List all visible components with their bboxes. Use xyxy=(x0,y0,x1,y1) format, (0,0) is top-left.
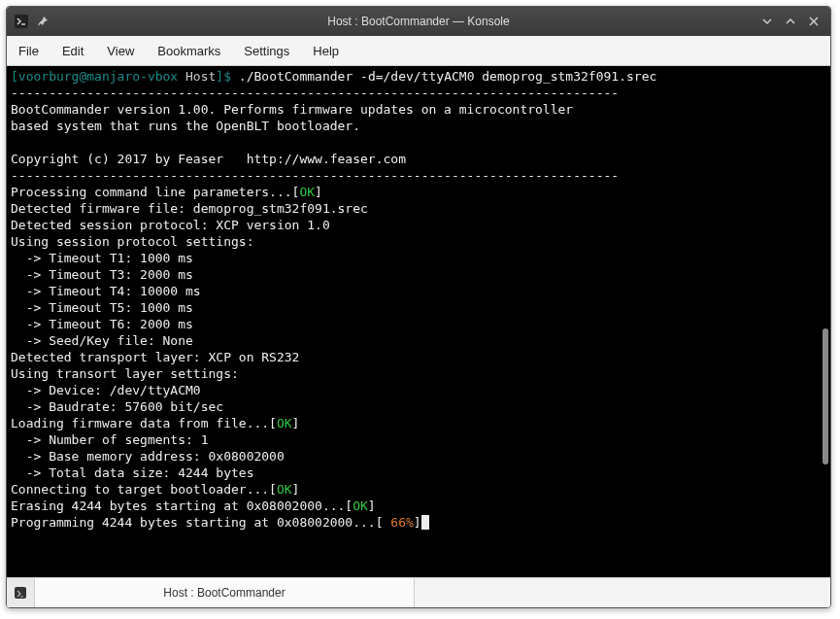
line-hr1: ----------------------------------------… xyxy=(11,86,619,100)
new-tab-button[interactable] xyxy=(7,578,35,607)
command-text: ./BootCommander -d=/dev/ttyACM0 demoprog… xyxy=(239,69,656,84)
line-banner2: based system that runs the OpenBLT bootl… xyxy=(11,119,360,133)
terminal-container: [voorburg@manjaro-vbox Host]$ ./BootComm… xyxy=(7,66,830,577)
line-segments: -> Number of segments: 1 xyxy=(11,432,209,447)
menu-edit[interactable]: Edit xyxy=(50,36,95,65)
line-transport: Detected transport layer: XCP on RS232 xyxy=(11,350,299,364)
scrollbar-thumb[interactable] xyxy=(823,328,828,464)
line-baud: -> Baudrate: 57600 bit/sec xyxy=(11,399,223,414)
line-connect-pre: Connecting to target bootloader...[ xyxy=(11,482,277,497)
line-t1: -> Timeout T1: 1000 ms xyxy=(11,251,193,265)
prompt-host: manjaro-vbox xyxy=(86,69,178,84)
line-proc-post: ] xyxy=(315,185,322,199)
line-seed: -> Seed/Key file: None xyxy=(11,333,193,348)
menu-help[interactable]: Help xyxy=(301,36,351,65)
line-hr2: ----------------------------------------… xyxy=(11,168,619,183)
app-prompt-icon xyxy=(15,15,28,28)
terminal[interactable]: [voorburg@manjaro-vbox Host]$ ./BootComm… xyxy=(7,66,830,577)
tab-active[interactable]: Host : BootCommander xyxy=(35,578,415,607)
pin-icon[interactable] xyxy=(36,15,50,28)
line-connect-post: ] xyxy=(292,482,300,497)
menu-file[interactable]: File xyxy=(7,36,50,65)
close-icon[interactable] xyxy=(807,15,821,28)
konsole-window: Host : BootCommander — Konsole File Edit… xyxy=(6,6,831,608)
menu-settings[interactable]: Settings xyxy=(232,36,301,65)
line-prog-pre: Programming 4244 bytes starting at 0x080… xyxy=(11,515,390,530)
status-ok: OK xyxy=(353,499,368,513)
prompt-cwd: Host xyxy=(185,69,216,84)
line-load-post: ] xyxy=(292,416,300,430)
line-load-pre: Loading firmware data from file...[ xyxy=(11,416,277,430)
progress-pct: 66% xyxy=(390,515,413,530)
menubar: File Edit View Bookmarks Settings Help xyxy=(7,36,830,66)
line-transport-settings: Using transort layer settings: xyxy=(11,366,239,381)
menu-bookmarks[interactable]: Bookmarks xyxy=(146,36,232,65)
line-copyright: Copyright (c) 2017 by Feaser http://www.… xyxy=(11,152,406,166)
menu-view[interactable]: View xyxy=(95,36,146,65)
line-prog-post: ] xyxy=(414,515,421,530)
maximize-icon[interactable] xyxy=(784,15,797,28)
cursor xyxy=(421,515,429,530)
line-erase-pre: Erasing 4244 bytes starting at 0x0800200… xyxy=(11,499,353,513)
line-t5: -> Timeout T5: 1000 ms xyxy=(11,300,193,315)
line-erase-post: ] xyxy=(368,499,376,513)
line-fw: Detected firmware file: demoprog_stm32f0… xyxy=(11,201,368,216)
line-t4: -> Timeout T4: 10000 ms xyxy=(11,284,201,298)
status-ok: OK xyxy=(277,482,292,497)
titlebar: Host : BootCommander — Konsole xyxy=(7,7,830,36)
line-device: -> Device: /dev/ttyACM0 xyxy=(11,383,201,397)
line-proc-pre: Processing command line parameters...[ xyxy=(11,185,299,199)
status-ok: OK xyxy=(299,185,315,199)
line-proto: Detected session protocol: XCP version 1… xyxy=(11,218,330,232)
prompt-user: voorburg xyxy=(18,69,80,84)
status-ok: OK xyxy=(277,416,292,430)
line-base: -> Base memory address: 0x08002000 xyxy=(11,449,285,464)
minimize-icon[interactable] xyxy=(760,15,774,28)
line-t3: -> Timeout T3: 2000 ms xyxy=(11,267,193,282)
line-t6: -> Timeout T6: 2000 ms xyxy=(11,317,193,331)
tabbar: Host : BootCommander xyxy=(7,577,830,607)
line-session: Using session protocol settings: xyxy=(11,234,253,249)
line-total: -> Total data size: 4244 bytes xyxy=(11,465,253,480)
tab-label: Host : BootCommander xyxy=(163,586,285,600)
line-banner1: BootCommander version 1.00. Performs fir… xyxy=(11,102,573,117)
window-title: Host : BootCommander — Konsole xyxy=(7,15,830,28)
